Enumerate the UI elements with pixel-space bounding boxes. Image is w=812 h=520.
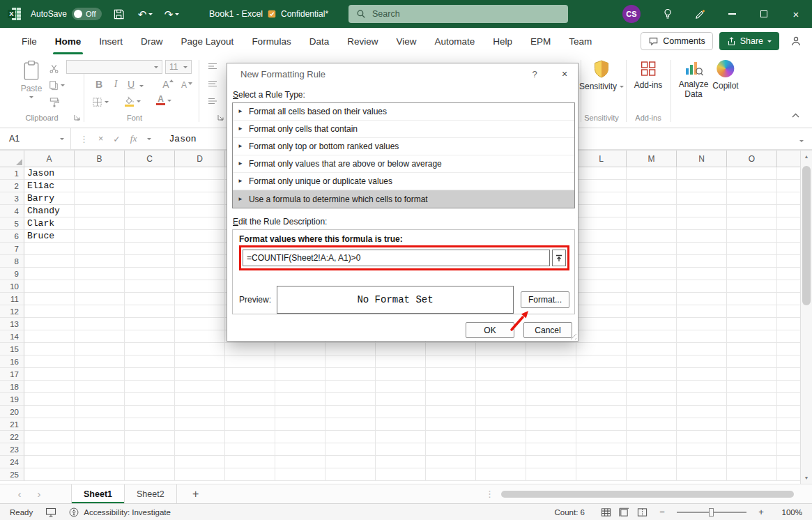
cell-j19[interactable]	[476, 393, 526, 406]
cell-b8[interactable]	[75, 255, 125, 268]
ribbon-tab-draw[interactable]: Draw	[132, 28, 172, 54]
cell-b20[interactable]	[75, 406, 125, 418]
cell-b10[interactable]	[75, 280, 125, 293]
new-sheet-button[interactable]: +	[185, 484, 206, 503]
dialog-title-bar[interactable]: New Formatting Rule	[227, 63, 578, 84]
cell-o2[interactable]	[727, 180, 777, 192]
vertical-scroll-thumb[interactable]	[802, 166, 811, 305]
cell-c6[interactable]	[125, 230, 175, 243]
undo-button[interactable]: ↶	[137, 4, 155, 24]
cell-b15[interactable]	[75, 343, 125, 355]
row-header-11[interactable]: 11	[0, 293, 24, 305]
cell-d2[interactable]	[175, 180, 225, 192]
cell-b23[interactable]	[75, 443, 125, 456]
autosave-switch[interactable]: Off	[72, 8, 101, 20]
cell-l24[interactable]	[576, 456, 627, 468]
cell-d7[interactable]	[175, 243, 225, 255]
name-box[interactable]: A1	[0, 128, 71, 149]
cell-o4[interactable]	[727, 205, 777, 217]
cell-d22[interactable]	[175, 431, 225, 443]
cell-o10[interactable]	[727, 280, 777, 293]
cell-f25[interactable]	[275, 468, 325, 481]
cell-d1[interactable]	[175, 167, 225, 180]
cell-c1[interactable]	[125, 167, 175, 180]
cell-f19[interactable]	[275, 393, 325, 406]
cell-k19[interactable]	[526, 393, 576, 406]
cell-k18[interactable]	[526, 381, 576, 393]
cell-l5[interactable]	[576, 217, 627, 230]
fill-color-button[interactable]	[124, 96, 141, 107]
row-header-17[interactable]: 17	[0, 368, 24, 381]
cell-l1[interactable]	[576, 167, 627, 180]
cell-m13[interactable]	[627, 318, 677, 330]
cell-a21[interactable]	[24, 418, 75, 431]
cell-m19[interactable]	[627, 393, 677, 406]
rule-type-option[interactable]: ►Format only values that are above or be…	[233, 155, 574, 173]
cell-b13[interactable]	[75, 318, 125, 330]
decrease-font-size-button[interactable]: A	[177, 80, 191, 90]
autosave-toggle[interactable]: AutoSave Off	[31, 8, 102, 20]
row-header-5[interactable]: 5	[0, 217, 24, 230]
cell-l12[interactable]	[576, 305, 627, 318]
display-settings-icon[interactable]	[45, 507, 56, 517]
cell-n3[interactable]	[677, 192, 727, 205]
ribbon-tab-review[interactable]: Review	[338, 28, 387, 54]
cell-b7[interactable]	[75, 243, 125, 255]
cell-l10[interactable]	[576, 280, 627, 293]
cell-d23[interactable]	[175, 443, 225, 456]
column-header-n[interactable]: N	[677, 151, 727, 167]
cell-k16[interactable]	[526, 355, 576, 368]
cell-d21[interactable]	[175, 418, 225, 431]
cell-d19[interactable]	[175, 393, 225, 406]
cell-o3[interactable]	[727, 192, 777, 205]
cell-k25[interactable]	[526, 468, 576, 481]
cell-i22[interactable]	[426, 431, 476, 443]
copy-button[interactable]	[49, 80, 65, 91]
row-header-25[interactable]: 25	[0, 468, 24, 481]
cell-g24[interactable]	[325, 456, 376, 468]
cell-m24[interactable]	[627, 456, 677, 468]
cell-e15[interactable]	[225, 343, 275, 355]
sheet-nav-right-button[interactable]: ›	[29, 484, 49, 503]
enter-entry-button[interactable]: ✓	[113, 134, 120, 144]
cell-j23[interactable]	[476, 443, 526, 456]
save-button[interactable]	[110, 4, 128, 24]
cell-l18[interactable]	[576, 381, 627, 393]
cell-a2[interactable]: Eliac	[24, 180, 75, 192]
cell-o12[interactable]	[727, 305, 777, 318]
normal-view-icon[interactable]	[601, 507, 611, 517]
vertical-scrollbar[interactable]: ▲ ▼	[800, 151, 812, 484]
account-avatar[interactable]: CS	[622, 5, 641, 23]
cell-l7[interactable]	[576, 243, 627, 255]
cell-j25[interactable]	[476, 468, 526, 481]
cell-n25[interactable]	[677, 468, 727, 481]
editing-mode-button[interactable]	[684, 0, 716, 28]
cell-o23[interactable]	[727, 443, 777, 456]
cell-f17[interactable]	[275, 368, 325, 381]
cell-e16[interactable]	[225, 355, 275, 368]
cell-l4[interactable]	[576, 205, 627, 217]
cell-n21[interactable]	[677, 418, 727, 431]
cell-n11[interactable]	[677, 293, 727, 305]
cell-a9[interactable]	[24, 268, 75, 280]
cell-f24[interactable]	[275, 456, 325, 468]
maximize-button[interactable]	[748, 0, 780, 28]
cell-i20[interactable]	[426, 406, 476, 418]
cell-m18[interactable]	[627, 381, 677, 393]
row-header-2[interactable]: 2	[0, 180, 24, 192]
ribbon-tab-insert[interactable]: Insert	[90, 28, 132, 54]
column-header-c[interactable]: C	[125, 151, 175, 167]
cell-f21[interactable]	[275, 418, 325, 431]
zoom-out-button[interactable]: −	[658, 507, 666, 517]
row-header-1[interactable]: 1	[0, 167, 24, 180]
cell-c22[interactable]	[125, 431, 175, 443]
cell-d3[interactable]	[175, 192, 225, 205]
ribbon-tab-view[interactable]: View	[387, 28, 425, 54]
ribbon-tab-epm[interactable]: EPM	[521, 28, 560, 54]
underline-button[interactable]: U	[124, 79, 138, 90]
cell-a8[interactable]	[24, 255, 75, 268]
cell-g20[interactable]	[325, 406, 376, 418]
cell-m9[interactable]	[627, 268, 677, 280]
cell-h22[interactable]	[376, 431, 426, 443]
cell-a1[interactable]: Jason	[24, 167, 75, 180]
